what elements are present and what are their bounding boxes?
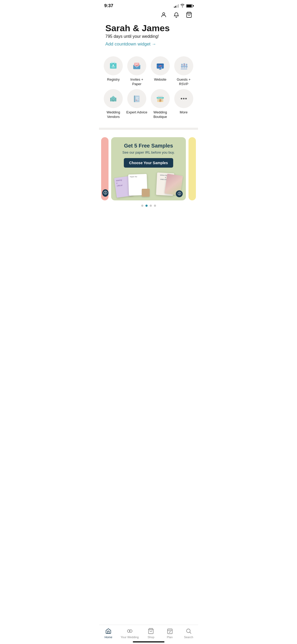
- website-item[interactable]: Website: [149, 56, 172, 86]
- svg-rect-41: [158, 99, 159, 100]
- dot-2[interactable]: [145, 205, 148, 207]
- signal-icon: [174, 4, 179, 8]
- info-btn-main[interactable]: ⓘ: [176, 190, 183, 197]
- dot-1[interactable]: [141, 205, 143, 207]
- profile-icon[interactable]: [160, 11, 167, 19]
- vendors-icon-circle: [104, 89, 123, 108]
- svg-rect-19: [185, 66, 187, 68]
- website-icon-circle: [151, 56, 170, 75]
- svg-point-45: [185, 98, 187, 99]
- more-icon-circle: [174, 89, 193, 108]
- svg-rect-11: [157, 64, 164, 65]
- vendors-label: Wedding Vendors: [102, 110, 125, 119]
- carousel-dots: [99, 200, 198, 209]
- svg-rect-38: [158, 96, 163, 98]
- battery-icon: [186, 4, 193, 8]
- vendors-item[interactable]: Wedding Vendors: [102, 89, 125, 119]
- invites-icon-circle: [127, 56, 146, 75]
- dot-4[interactable]: [154, 205, 156, 207]
- svg-point-12: [160, 65, 161, 66]
- svg-point-43: [181, 98, 182, 99]
- cart-icon[interactable]: [185, 11, 193, 19]
- countdown-widget-link[interactable]: Add countdown widget →: [105, 42, 192, 47]
- service-grid: Registry Invites + Paper: [99, 52, 198, 123]
- svg-point-20: [186, 64, 187, 66]
- svg-point-18: [183, 63, 185, 65]
- svg-rect-26: [110, 98, 111, 101]
- advice-icon-circle: [127, 89, 146, 108]
- advice-label: Expert Advice: [126, 110, 147, 115]
- svg-rect-14: [159, 69, 162, 70]
- boutique-item[interactable]: Wedding Boutique: [149, 89, 172, 119]
- more-label: More: [180, 110, 188, 115]
- promo-card[interactable]: Get 5 Free Samples See our paper IRL bef…: [111, 137, 186, 200]
- guests-label: Guests + RSVP: [172, 77, 195, 86]
- svg-point-16: [181, 64, 183, 66]
- svg-rect-17: [183, 65, 185, 68]
- guests-item[interactable]: Guests + RSVP: [172, 56, 195, 86]
- promo-subtitle: See our paper IRL before you buy.: [115, 150, 182, 154]
- svg-rect-9: [135, 65, 138, 65]
- registry-item[interactable]: Registry: [102, 56, 125, 86]
- couple-name: Sarah & James: [105, 23, 192, 33]
- svg-rect-15: [181, 66, 183, 68]
- status-time: 9:37: [104, 3, 113, 8]
- svg-point-44: [183, 98, 185, 99]
- guests-icon-circle: [174, 56, 193, 75]
- svg-rect-8: [135, 64, 138, 64]
- svg-rect-31: [136, 98, 138, 99]
- more-item[interactable]: More: [172, 89, 195, 119]
- status-bar: 9:37: [99, 0, 198, 10]
- invites-item[interactable]: Invites + Paper: [126, 56, 148, 86]
- svg-rect-32: [136, 99, 139, 100]
- svg-rect-5: [112, 67, 115, 67]
- promo-carousel: ⓘ Get 5 Free Samples See our paper IRL b…: [99, 134, 198, 212]
- svg-rect-42: [162, 99, 163, 100]
- svg-point-4: [113, 65, 114, 66]
- notifications-icon[interactable]: [173, 11, 180, 19]
- wifi-icon: [180, 4, 185, 8]
- svg-rect-24: [181, 68, 187, 70]
- carousel-peek-left: ⓘ: [101, 137, 109, 200]
- advice-item[interactable]: Expert Advice: [126, 89, 148, 119]
- invites-label: Invites + Paper: [126, 77, 148, 86]
- promo-title: Get 5 Free Samples: [115, 142, 182, 149]
- status-icons: [174, 4, 193, 8]
- top-nav: [99, 10, 198, 21]
- choose-samples-button[interactable]: Choose Your Samples: [124, 158, 173, 168]
- hero-section: Sarah & James 795 days until your weddin…: [99, 21, 198, 52]
- boutique-icon-circle: [151, 89, 170, 108]
- registry-icon-circle: [104, 56, 123, 75]
- svg-point-0: [163, 13, 165, 15]
- gift-box: [142, 189, 150, 197]
- section-divider: [99, 128, 198, 130]
- svg-rect-27: [116, 98, 116, 101]
- carousel-peek-right: [188, 137, 196, 200]
- svg-point-40: [161, 100, 161, 101]
- countdown-text: 795 days until your wedding!: [105, 34, 192, 39]
- website-label: Website: [154, 77, 167, 82]
- info-btn-left[interactable]: ⓘ: [102, 189, 109, 197]
- svg-rect-29: [134, 96, 135, 102]
- boutique-label: Wedding Boutique: [149, 110, 172, 119]
- svg-rect-30: [136, 97, 139, 98]
- registry-label: Registry: [107, 77, 120, 82]
- dot-3[interactable]: [150, 205, 152, 207]
